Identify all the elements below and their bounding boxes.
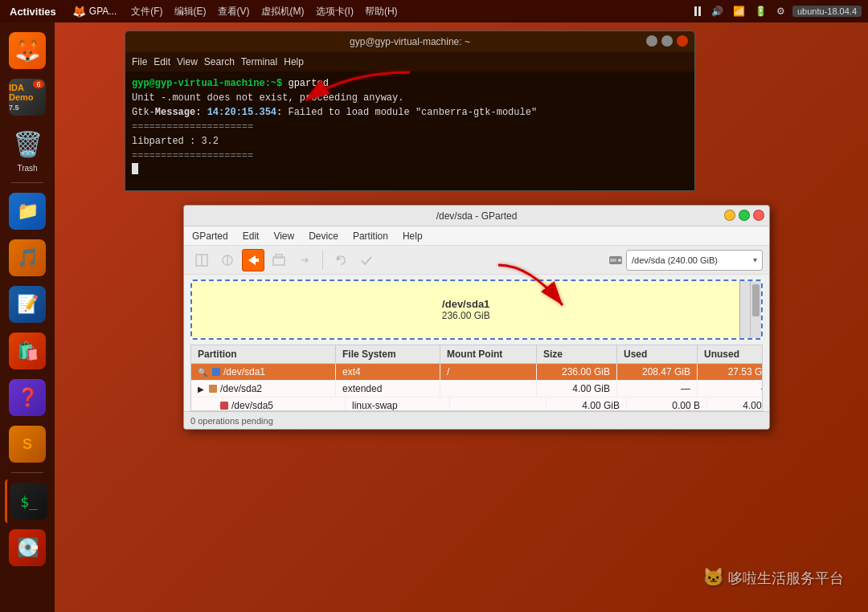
gparted-menu-device[interactable]: Device — [305, 229, 342, 243]
header-filesystem: File System — [336, 345, 440, 363]
activities-button[interactable]: Activities — [0, 0, 66, 22]
device-select[interactable]: /dev/sda (240.00 GiB) ▾ — [626, 250, 763, 271]
gparted-menu-gparted[interactable]: GParted — [189, 229, 231, 243]
dock-item-help[interactable]: ❓ — [5, 376, 50, 419]
terminal-cursor — [132, 163, 138, 174]
topbar: Activities 🦊 GPA... 文件(F) 编辑(E) 查看(V) 虚拟… — [0, 0, 868, 22]
sda1-search-icon: 🔍 — [198, 368, 207, 377]
dock-separator — [11, 182, 43, 183]
topbar-menu-vm[interactable]: 虚拟机(M) — [256, 0, 309, 22]
gparted-close-button[interactable] — [753, 210, 764, 221]
terminal-menu-edit[interactable]: Edit — [154, 56, 170, 67]
toolbar-btn-3[interactable] — [268, 249, 290, 271]
toolbar-icon-1 — [194, 253, 209, 267]
terminal-line-5: libparted : 3.2 — [132, 134, 688, 149]
dock-item-gparted[interactable]: 💽 — [5, 526, 50, 569]
device-select-label: /dev/sda (240.00 GiB) — [632, 255, 718, 265]
firefox-icon: 🦊 — [9, 32, 46, 69]
toolbar-icon-4 — [297, 253, 312, 267]
trash-icon: 🗑️ — [9, 125, 46, 162]
sda5-size-cell: 4.00 GiB — [547, 398, 627, 411]
gparted-menu-partition[interactable]: Partition — [350, 229, 391, 243]
sda2-mount-cell — [440, 381, 537, 397]
gparted-menu-help[interactable]: Help — [399, 229, 426, 243]
gparted-maximize-button[interactable] — [739, 210, 750, 221]
sda2-unused-cell: — — [698, 381, 763, 397]
apply-icon — [359, 253, 374, 267]
header-unused: Unused — [698, 345, 763, 363]
partition-scrollbar-thumb — [752, 284, 760, 316]
terminal-line-6: ===================== — [132, 149, 688, 163]
topbar-volume-icon[interactable]: 🔊 — [709, 6, 726, 17]
terminal-minimize-button[interactable] — [646, 35, 657, 47]
terminal-maximize-button[interactable] — [661, 35, 673, 47]
dock-item-firefox[interactable]: 🦊 — [5, 29, 50, 72]
terminal-close-button[interactable] — [677, 35, 688, 47]
svg-point-10 — [618, 259, 621, 262]
red-arrow-2 — [482, 257, 587, 321]
topbar-settings-icon[interactable]: ⚙ — [774, 6, 788, 17]
sda1-fs-dot — [212, 368, 220, 376]
watermark-text: 哆啦生活服务平台 — [728, 570, 844, 586]
sda1-partition-name: /dev/sda1 — [223, 366, 265, 377]
svg-marker-5 — [248, 255, 259, 265]
sda1-used-cell: 208.47 GiB — [617, 364, 698, 380]
sda2-partition-cell: ▶ /dev/sda2 — [191, 381, 336, 397]
sda2-used-cell: — — [617, 381, 698, 397]
gparted-menu-view[interactable]: View — [270, 229, 297, 243]
sda2-expand-icon: ▶ — [198, 385, 204, 394]
dock-item-terminal[interactable]: $_ — [5, 479, 50, 523]
toolbar-btn-arrow[interactable] — [242, 249, 264, 271]
terminal-menu-search[interactable]: Search — [204, 56, 235, 67]
gparted-minimize-button[interactable] — [724, 210, 735, 221]
store-icon: 🛍️ — [9, 333, 46, 369]
terminal-window-controls — [646, 35, 688, 47]
partition-scrollbar[interactable] — [750, 281, 761, 338]
watermark: 🐱 哆啦生活服务平台 — [702, 567, 844, 588]
dock-item-music[interactable]: 🎵 — [5, 236, 50, 279]
topbar-menu-help[interactable]: 帮助(H) — [360, 0, 403, 22]
header-mount: Mount Point — [440, 345, 537, 363]
topbar-menu-file[interactable]: 文件(F) — [126, 0, 167, 22]
sda5-used: 0.00 B — [672, 400, 700, 411]
toolbar-btn-undo[interactable] — [330, 249, 352, 271]
toolbar-btn-4[interactable] — [293, 249, 316, 271]
partition-row-sda1[interactable]: 🔍 /dev/sda1 ext4 / 236.00 GiB 208.47 GiB… — [191, 364, 762, 381]
topbar-menu-edit[interactable]: 编辑(E) — [170, 0, 211, 22]
topbar-menu-tab[interactable]: 选项卡(I) — [311, 0, 358, 22]
toolbar-btn-apply[interactable] — [355, 249, 378, 271]
music-icon: 🎵 — [9, 239, 46, 276]
partition-table: Partition File System Mount Point Size U… — [190, 345, 763, 411]
dock-item-sublime[interactable]: S — [5, 422, 50, 466]
toolbar-separator-1 — [322, 251, 323, 270]
sda2-fs-cell: extended — [336, 381, 440, 397]
sda1-partition-cell: 🔍 /dev/sda1 — [191, 364, 336, 380]
header-partition: Partition — [191, 345, 336, 363]
dock-item-store[interactable]: 🛍️ — [5, 329, 50, 373]
partition-row-sda5[interactable]: /dev/sda5 linux-swap 4.00 GiB 0.00 B 4.0… — [191, 398, 762, 411]
dock-item-ida[interactable]: IDA Demo7.5 6 — [5, 75, 50, 119]
gparted-menu-edit[interactable]: Edit — [240, 229, 263, 243]
header-size: Size — [537, 345, 617, 363]
sda2-size: 4.00 GiB — [572, 383, 610, 394]
dock-item-files[interactable]: 📁 — [5, 190, 50, 233]
partition-table-header: Partition File System Mount Point Size U… — [191, 345, 762, 364]
terminal-libparted: libparted : 3.2 — [132, 136, 219, 147]
dock-item-trash[interactable]: 🗑️ Trash — [5, 122, 50, 176]
partition-unallocated-visual — [740, 281, 750, 338]
topbar-battery-icon[interactable]: 🔋 — [752, 6, 769, 17]
terminal-title: gyp@gyp-virtual-machine: ~ — [132, 36, 688, 47]
toolbar-icon-3 — [272, 253, 286, 267]
dock-item-writer[interactable]: 📝 — [5, 283, 50, 326]
toolbar-btn-2[interactable] — [216, 249, 239, 271]
topbar-network-icon[interactable]: 📶 — [731, 6, 747, 17]
terminal-menu-file[interactable]: File — [132, 56, 147, 67]
topbar-menu-view[interactable]: 查看(V) — [213, 0, 255, 22]
toolbar-btn-1[interactable] — [190, 249, 213, 271]
ida-icon: IDA Demo7.5 6 — [9, 79, 46, 116]
partition-visual: /dev/sda1 236.00 GiB — [190, 279, 763, 340]
sda1-fs-name: ext4 — [342, 366, 361, 377]
gparted-title: /dev/sda - GParted — [190, 210, 763, 222]
terminal-menu-view[interactable]: View — [177, 56, 198, 67]
partition-row-sda2[interactable]: ▶ /dev/sda2 extended 4.00 GiB — — — [191, 381, 762, 398]
